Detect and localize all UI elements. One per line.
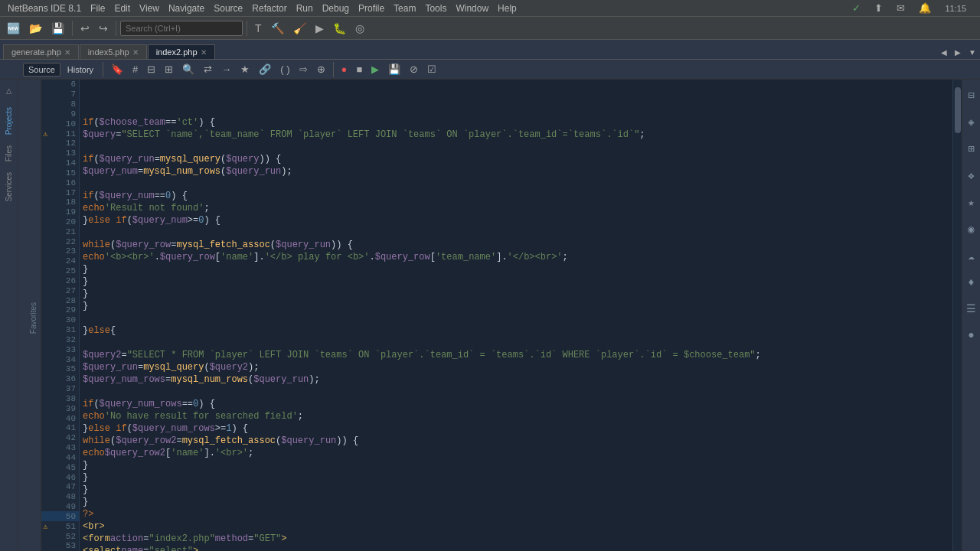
- error-btn[interactable]: ●: [338, 61, 351, 77]
- menu-edit[interactable]: Edit: [109, 3, 135, 14]
- task-btn[interactable]: ☑: [423, 61, 440, 77]
- scroll-thumb[interactable]: [955, 87, 961, 133]
- line-num-23: 23: [41, 246, 79, 256]
- line-num-48: 48: [41, 492, 79, 502]
- source-tab-btn[interactable]: Source: [23, 63, 60, 77]
- right-panel-icon-3[interactable]: ⊞: [965, 139, 977, 158]
- line-num-32: 32: [41, 335, 79, 345]
- line-num-36: 36: [41, 374, 79, 384]
- scroll-tabs-left[interactable]: ◀: [937, 46, 951, 59]
- scroll-tabs-right[interactable]: ▶: [951, 46, 965, 59]
- code-line-16: echo 'Result not found';: [80, 202, 952, 214]
- menu-team[interactable]: Team: [389, 3, 420, 14]
- save-btn[interactable]: 💾: [47, 20, 68, 37]
- menu-view[interactable]: View: [135, 3, 164, 14]
- bookmark-btn[interactable]: ★: [237, 61, 253, 77]
- debug-project-btn[interactable]: 🐛: [329, 20, 350, 37]
- history-tab-btn[interactable]: History: [62, 63, 99, 77]
- menu-tools[interactable]: Tools: [420, 3, 451, 14]
- debug2-btn[interactable]: ⊘: [406, 61, 422, 77]
- right-panel-icon-5[interactable]: ★: [965, 193, 977, 212]
- diff-btn[interactable]: ⇄: [200, 61, 216, 77]
- line-num-37: 37: [41, 384, 79, 394]
- right-panel-icon-7[interactable]: ☁: [965, 246, 977, 266]
- sidebar-services-icon[interactable]: Services: [2, 170, 15, 204]
- run-project-btn[interactable]: ▶: [312, 20, 328, 37]
- menu-profile[interactable]: Profile: [354, 3, 389, 14]
- tab-close-index2[interactable]: ✕: [201, 48, 207, 57]
- navigate-btn[interactable]: ⇨: [296, 61, 312, 77]
- stop-btn[interactable]: ■: [352, 61, 366, 77]
- code-line-34: } else if ($query_num_rows >= 1) {: [80, 422, 952, 435]
- goto-btn[interactable]: →: [217, 61, 235, 77]
- clean-btn[interactable]: 🧹: [289, 20, 310, 37]
- tab-close-generate[interactable]: ✕: [64, 48, 70, 57]
- link-btn[interactable]: 🔗: [255, 61, 275, 77]
- line-num-52: 52: [41, 531, 79, 541]
- line-num-9: 9: [41, 109, 79, 119]
- right-panel-icon-2[interactable]: ◈: [965, 112, 977, 132]
- line-num-47: 47: [41, 482, 79, 492]
- vertical-scrollbar[interactable]: [952, 80, 962, 551]
- upload-icon: ⬆: [870, 2, 887, 14]
- sidebar-projects-icon[interactable]: Projects: [2, 105, 15, 137]
- unfold-btn[interactable]: ⊞: [161, 61, 177, 77]
- right-panel-icon-6[interactable]: ◉: [965, 220, 977, 239]
- code-line-22: }: [80, 276, 952, 288]
- inspect-btn[interactable]: ⊕: [313, 61, 329, 77]
- line-num-7: 7: [41, 90, 79, 99]
- right-panel-icon-10[interactable]: ●: [965, 326, 977, 344]
- menu-refactor[interactable]: Refactor: [247, 3, 291, 14]
- menu-file[interactable]: File: [86, 3, 109, 14]
- source-toolbar: Source History 🔖 # ⊟ ⊞ 🔍 ⇄ → ★ 🔗 ( ) ⇨ ⊕…: [0, 60, 980, 80]
- line-num-43: 43: [41, 443, 79, 453]
- right-panel-icon-1[interactable]: ⊟: [965, 86, 977, 105]
- open-project-btn[interactable]: 📂: [25, 20, 46, 37]
- line-num-51: ⚠51: [41, 521, 79, 531]
- code-line-37: }: [80, 459, 952, 471]
- tab-close-index5[interactable]: ✕: [132, 48, 139, 57]
- tabs-dropdown[interactable]: ▼: [965, 46, 980, 59]
- editor-area: 678910⚠111213141516171819202122232425262…: [41, 80, 962, 551]
- menu-source[interactable]: Source: [209, 3, 247, 14]
- menu-debug[interactable]: Debug: [318, 3, 354, 14]
- search-code-btn[interactable]: 🔍: [178, 61, 198, 77]
- line-num-13: 13: [41, 148, 79, 158]
- menu-window[interactable]: Window: [451, 3, 493, 14]
- right-panel-icon-9[interactable]: ☰: [963, 299, 979, 318]
- build-project-btn[interactable]: 🔨: [267, 20, 288, 37]
- right-panel-icon-4[interactable]: ❖: [965, 166, 977, 185]
- undo-btn[interactable]: ↩: [77, 20, 93, 37]
- code-line-26: } else {: [80, 324, 952, 337]
- tab-generate-php[interactable]: generate.php ✕: [3, 44, 79, 59]
- code-editor[interactable]: if ($choose_team == 'ct') { $query = "SE…: [80, 80, 952, 551]
- fold-btn[interactable]: ⊟: [143, 61, 159, 77]
- new-project-btn[interactable]: 🆕: [3, 20, 24, 37]
- toggle-bookmarks-btn[interactable]: 🔖: [107, 61, 127, 77]
- toggle-linenum-btn[interactable]: #: [129, 61, 142, 77]
- tab-index2-php[interactable]: index2.php ✕: [148, 44, 215, 59]
- sidebar-files-icon[interactable]: Files: [2, 143, 15, 164]
- redo-btn[interactable]: ↪: [95, 20, 112, 37]
- format-btn[interactable]: T: [251, 20, 266, 37]
- right-panel-icon-8[interactable]: ♦: [965, 273, 977, 292]
- line-number-gutter: 678910⚠111213141516171819202122232425262…: [41, 80, 80, 551]
- pair-btn[interactable]: ( ): [276, 61, 293, 77]
- save2-btn[interactable]: 💾: [384, 61, 404, 77]
- menu-run[interactable]: Run: [292, 3, 318, 14]
- search-input[interactable]: [120, 21, 243, 36]
- line-num-35: 35: [41, 364, 79, 374]
- separator-2: [116, 21, 116, 36]
- favorites-label[interactable]: Favorites: [26, 299, 41, 337]
- menu-navigate[interactable]: Navigate: [164, 3, 209, 14]
- code-line-33: echo 'No have result for searched field'…: [80, 410, 952, 422]
- tab-index5-php[interactable]: index5.php ✕: [80, 44, 147, 59]
- menu-help[interactable]: Help: [493, 3, 521, 14]
- code-line-30: $query_num_rows = mysql_num_rows($query_…: [80, 373, 952, 386]
- line-num-16: 16: [41, 178, 79, 187]
- sidebar-arrow-up[interactable]: △: [4, 83, 14, 99]
- run-btn[interactable]: ▶: [368, 61, 383, 77]
- profile-project-btn[interactable]: ◎: [351, 20, 368, 37]
- app-title: NetBeans IDE 8.1: [3, 3, 86, 14]
- line-num-14: 14: [41, 158, 79, 168]
